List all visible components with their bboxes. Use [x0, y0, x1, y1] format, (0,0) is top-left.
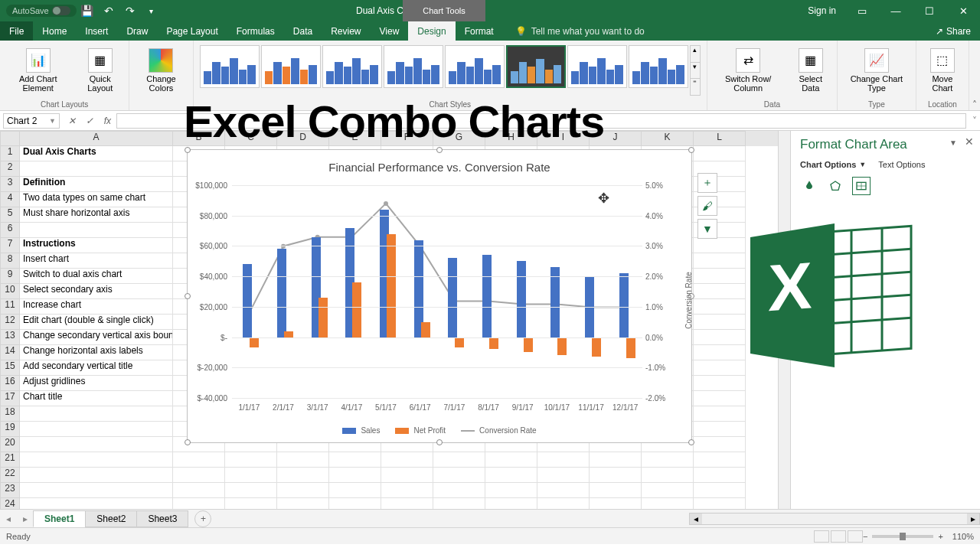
chart-style-6[interactable] — [506, 45, 566, 88]
row-header[interactable]: 11 — [0, 299, 20, 315]
cell[interactable] — [642, 452, 694, 468]
bar[interactable] — [455, 337, 464, 348]
select-data-button[interactable]: ▦ Select Data — [787, 42, 834, 99]
enter-formula-icon[interactable]: ✓ — [80, 116, 98, 126]
cell[interactable] — [694, 315, 746, 330]
quick-layout-button[interactable]: ▦ Quick Layout — [74, 42, 126, 99]
cell[interactable] — [694, 498, 746, 509]
bar[interactable] — [284, 331, 293, 337]
minimize-icon[interactable]: — — [879, 0, 913, 21]
legend-net-profit[interactable]: Net Profit — [395, 426, 446, 435]
collapse-ribbon-icon[interactable]: ˄ — [969, 41, 980, 110]
qat-dropdown-icon[interactable]: ▾ — [144, 3, 159, 18]
row-header[interactable]: 15 — [0, 360, 20, 376]
cell[interactable] — [20, 483, 173, 498]
secondary-axis-title[interactable]: Conversion Rate — [684, 272, 693, 328]
col-header-k[interactable]: K — [642, 131, 694, 146]
row-header[interactable]: 10 — [0, 284, 20, 299]
chart-style-4[interactable] — [384, 45, 443, 88]
embedded-chart[interactable]: ✥ ＋ 🖌 ▼ Financial Performance vs. Conver… — [187, 149, 692, 443]
cell[interactable] — [173, 483, 225, 498]
cell[interactable] — [537, 498, 590, 509]
tab-home[interactable]: Home — [33, 21, 76, 41]
chart-filters-button[interactable]: ▼ — [697, 219, 717, 239]
tab-page-layout[interactable]: Page Layout — [157, 21, 227, 41]
cell[interactable] — [694, 284, 746, 299]
row-header[interactable]: 24 — [0, 498, 20, 509]
change-colors-button[interactable]: Change Colors — [132, 42, 190, 99]
cell[interactable]: Adjust gridlines — [20, 376, 173, 391]
cell[interactable] — [329, 468, 381, 483]
maximize-icon[interactable]: ☐ — [913, 0, 946, 21]
cell[interactable] — [225, 498, 277, 509]
cell[interactable] — [694, 483, 746, 498]
col-header-a[interactable]: A — [20, 131, 173, 146]
chart-style-8[interactable] — [629, 45, 688, 88]
change-chart-type-button[interactable]: 📈 Change Chart Type — [841, 42, 913, 99]
cell[interactable] — [277, 468, 329, 483]
cell[interactable] — [694, 468, 746, 483]
cell[interactable] — [590, 483, 642, 498]
sheet-tab-1[interactable]: Sheet1 — [33, 510, 86, 527]
styles-more-icon[interactable]: ⁼ — [691, 78, 700, 95]
styles-scroll-down-icon[interactable]: ▾ — [691, 62, 700, 79]
new-sheet-button[interactable]: + — [194, 510, 211, 527]
tab-draw[interactable]: Draw — [117, 21, 157, 41]
cell[interactable] — [225, 452, 277, 468]
cell[interactable] — [381, 498, 433, 509]
cell[interactable] — [381, 468, 433, 483]
cell[interactable] — [173, 498, 225, 509]
cell[interactable] — [694, 406, 746, 422]
tab-insert[interactable]: Insert — [76, 21, 117, 41]
text-options-tab[interactable]: Text Options — [878, 160, 925, 169]
cell[interactable] — [329, 452, 381, 468]
chart-handle-sw[interactable] — [185, 439, 191, 445]
cell[interactable] — [277, 498, 329, 509]
cell[interactable] — [20, 468, 173, 483]
cell[interactable]: Add secondary vertical title — [20, 360, 173, 376]
row-header[interactable]: 23 — [0, 483, 20, 498]
bar[interactable] — [524, 337, 533, 353]
cell[interactable] — [20, 422, 173, 437]
cell[interactable] — [642, 483, 694, 498]
bar[interactable] — [352, 282, 361, 337]
bar[interactable] — [243, 264, 252, 337]
cell[interactable] — [694, 391, 746, 406]
cell[interactable]: Change secondary vertical axis bounds — [20, 330, 173, 345]
zoom-level[interactable]: 110% — [952, 532, 974, 541]
bar[interactable] — [482, 255, 492, 337]
cell[interactable] — [694, 330, 746, 345]
bar[interactable] — [421, 322, 430, 337]
sheet-nav-next-icon[interactable]: ▸ — [17, 514, 34, 524]
cell[interactable] — [694, 146, 746, 161]
cell[interactable] — [277, 452, 329, 468]
move-chart-button[interactable]: ⬚ Move Chart — [920, 42, 965, 99]
chart-handle-nw[interactable] — [185, 147, 191, 153]
cell[interactable] — [433, 468, 485, 483]
cell[interactable] — [381, 483, 433, 498]
bar-series-layer[interactable] — [232, 185, 642, 398]
chart-styles-gallery[interactable]: ▴ ▾ ⁼ — [197, 42, 704, 99]
chart-style-5[interactable] — [445, 45, 505, 88]
cell[interactable] — [694, 437, 746, 452]
row-header[interactable]: 20 — [0, 437, 20, 452]
y-axis-left[interactable]: $100,000$80,000$60,000$40,000$20,000$-$-… — [188, 185, 230, 398]
autosave-toggle[interactable]: AutoSave — [6, 5, 77, 17]
cell[interactable]: Increase chart — [20, 299, 173, 315]
cell[interactable]: Instructions — [20, 238, 173, 253]
cell[interactable]: Edit chart (double & single click) — [20, 315, 173, 330]
cell[interactable]: Select secondary axis — [20, 284, 173, 299]
row-header[interactable]: 16 — [0, 376, 20, 391]
chart-style-1[interactable] — [200, 45, 260, 88]
cell[interactable] — [642, 468, 694, 483]
cell[interactable] — [485, 498, 537, 509]
cell[interactable] — [590, 468, 642, 483]
cell[interactable] — [20, 223, 173, 238]
bar[interactable] — [448, 258, 457, 337]
row-header[interactable]: 18 — [0, 406, 20, 422]
ribbon-display-icon[interactable]: ▭ — [845, 0, 879, 21]
row-header[interactable]: 3 — [0, 177, 20, 192]
row-header[interactable]: 17 — [0, 391, 20, 406]
cell[interactable] — [694, 376, 746, 391]
tab-file[interactable]: File — [0, 21, 33, 41]
